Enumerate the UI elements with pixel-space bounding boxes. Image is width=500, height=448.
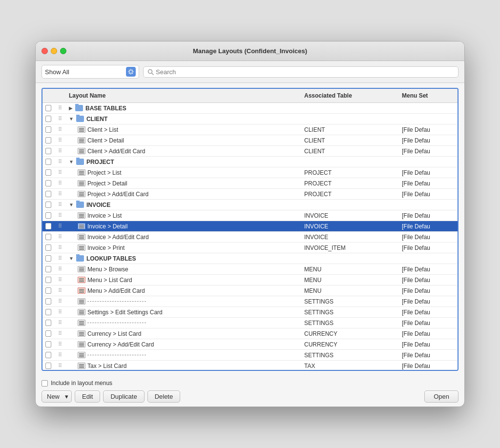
- drag-handle[interactable]: ⠿: [54, 244, 66, 252]
- checkbox[interactable]: [45, 126, 51, 133]
- drag-handle[interactable]: ⠿: [54, 254, 66, 263]
- table-row[interactable]: ⠿ Currency > List Card CURRENCY [File De…: [42, 328, 458, 339]
- table-row[interactable]: ⠿ Menu > Add/Edit Card MENU [File Defau: [42, 285, 458, 296]
- drag-handle[interactable]: ⠿: [54, 190, 66, 198]
- row-checkbox[interactable]: [42, 297, 54, 305]
- row-checkbox[interactable]: [42, 308, 54, 316]
- row-checkbox[interactable]: [42, 329, 54, 338]
- drag-handle[interactable]: ⠿: [54, 125, 66, 134]
- layout-table[interactable]: Layout Name Associated Table Menu Set ⠿ …: [42, 88, 458, 371]
- drag-handle[interactable]: ⠿: [54, 276, 66, 284]
- table-row[interactable]: ⠿ Client > List CLIENT [File Defau: [42, 124, 458, 135]
- row-checkbox[interactable]: [42, 158, 54, 166]
- checkbox[interactable]: [45, 352, 51, 358]
- table-row[interactable]: ⠿ SETTINGS [File Defau: [42, 350, 458, 361]
- row-checkbox[interactable]: [42, 104, 54, 112]
- drag-handle[interactable]: ⠿: [54, 265, 66, 273]
- table-row[interactable]: ⠿ ▼ INVOICE: [42, 200, 458, 210]
- drag-handle[interactable]: ⠿: [54, 201, 66, 209]
- row-checkbox[interactable]: [42, 201, 54, 209]
- drag-handle[interactable]: ⠿: [54, 329, 66, 338]
- table-row[interactable]: ⠿ SETTINGS [File Defau: [42, 296, 458, 307]
- checkbox[interactable]: [45, 148, 51, 154]
- table-row[interactable]: ⠿ Currency > Add/Edit Card CURRENCY [Fil…: [42, 339, 458, 350]
- drag-handle[interactable]: ⠿: [54, 211, 66, 220]
- table-row[interactable]: ⠿ Invoice > Print INVOICE_ITEM [File Def…: [42, 243, 458, 253]
- table-row[interactable]: ⠿ ▼ PROJECT: [42, 157, 458, 167]
- maximize-button[interactable]: [60, 48, 66, 54]
- checkbox[interactable]: [45, 298, 51, 305]
- row-checkbox[interactable]: [42, 190, 54, 198]
- row-checkbox[interactable]: [42, 136, 54, 144]
- close-button[interactable]: [42, 48, 48, 54]
- drag-handle[interactable]: ⠿: [54, 147, 66, 155]
- drag-handle[interactable]: ⠿: [54, 233, 66, 241]
- new-button[interactable]: New: [42, 390, 65, 403]
- row-checkbox[interactable]: [42, 125, 54, 134]
- row-checkbox[interactable]: [42, 254, 54, 263]
- drag-handle[interactable]: ⠿: [54, 222, 66, 230]
- checkbox[interactable]: [45, 116, 51, 122]
- drag-handle[interactable]: ⠿: [54, 362, 66, 370]
- checkbox[interactable]: [45, 212, 51, 219]
- table-row[interactable]: ⠿ ▼ CLIENT: [42, 114, 458, 124]
- table-row-selected[interactable]: ⠿ Invoice > Detail INVOICE [File Defau: [42, 221, 458, 232]
- checkbox[interactable]: [45, 341, 51, 347]
- row-checkbox[interactable]: [42, 362, 54, 370]
- checkbox[interactable]: [45, 277, 51, 283]
- drag-handle[interactable]: ⠿: [54, 319, 66, 327]
- checkbox-checked[interactable]: [45, 223, 51, 229]
- drag-handle[interactable]: ⠿: [54, 158, 66, 166]
- row-checkbox[interactable]: [42, 179, 54, 187]
- row-checkbox[interactable]: [42, 351, 54, 359]
- drag-handle[interactable]: ⠿: [54, 136, 66, 144]
- row-checkbox[interactable]: [42, 222, 54, 230]
- drag-handle[interactable]: ⠿: [54, 115, 66, 123]
- delete-button[interactable]: Delete: [147, 390, 181, 403]
- table-row[interactable]: ⠿ Project > Add/Edit Card PROJECT [File …: [42, 189, 458, 200]
- table-row[interactable]: ⠿ ▶ BASE TABLES: [42, 103, 458, 114]
- checkbox[interactable]: [45, 180, 51, 186]
- checkbox[interactable]: [45, 159, 51, 165]
- checkbox[interactable]: [45, 244, 51, 251]
- search-box[interactable]: [143, 66, 458, 78]
- row-checkbox[interactable]: [42, 244, 54, 252]
- checkbox[interactable]: [45, 105, 51, 111]
- table-row[interactable]: ⠿ ▼ LOOKUP TABLES: [42, 253, 458, 264]
- table-row[interactable]: ⠿ Tax > List Card TAX [File Defau: [42, 361, 458, 371]
- checkbox[interactable]: [45, 137, 51, 143]
- table-row[interactable]: ⠿ Menu > Browse MENU [File Defau: [42, 264, 458, 275]
- table-row[interactable]: ⠿ SETTINGS [File Defau: [42, 318, 458, 328]
- table-row[interactable]: ⠿ Client > Detail CLIENT [File Defau: [42, 135, 458, 146]
- drag-handle[interactable]: ⠿: [54, 104, 66, 112]
- table-row[interactable]: ⠿ Menu > List Card MENU [File Defau: [42, 275, 458, 285]
- checkbox[interactable]: [45, 169, 51, 176]
- drag-handle[interactable]: ⠿: [54, 168, 66, 177]
- checkbox[interactable]: [45, 287, 51, 294]
- row-checkbox[interactable]: [42, 233, 54, 241]
- row-checkbox[interactable]: [42, 147, 54, 155]
- row-checkbox[interactable]: [42, 276, 54, 284]
- row-checkbox[interactable]: [42, 319, 54, 327]
- show-all-select[interactable]: Show All: [42, 65, 139, 79]
- checkbox[interactable]: [45, 266, 51, 272]
- table-row[interactable]: ⠿ Project > Detail PROJECT [File Defau: [42, 178, 458, 189]
- include-checkbox[interactable]: [42, 380, 48, 387]
- drag-handle[interactable]: ⠿: [54, 286, 66, 295]
- checkbox[interactable]: [45, 363, 51, 369]
- table-row[interactable]: ⠿ Invoice > Add/Edit Card INVOICE [File …: [42, 232, 458, 243]
- new-dropdown-button[interactable]: ▾: [62, 390, 72, 403]
- row-checkbox[interactable]: [42, 265, 54, 273]
- table-row[interactable]: ⠿ Invoice > List INVOICE [File Defau: [42, 210, 458, 221]
- drag-handle[interactable]: ⠿: [54, 340, 66, 348]
- row-checkbox[interactable]: [42, 340, 54, 348]
- drag-handle[interactable]: ⠿: [54, 351, 66, 359]
- checkbox[interactable]: [45, 255, 51, 262]
- search-input[interactable]: [156, 68, 454, 76]
- checkbox[interactable]: [45, 309, 51, 315]
- row-checkbox[interactable]: [42, 115, 54, 123]
- drag-handle[interactable]: ⠿: [54, 308, 66, 316]
- row-checkbox[interactable]: [42, 168, 54, 177]
- drag-handle[interactable]: ⠿: [54, 179, 66, 187]
- row-checkbox[interactable]: [42, 286, 54, 295]
